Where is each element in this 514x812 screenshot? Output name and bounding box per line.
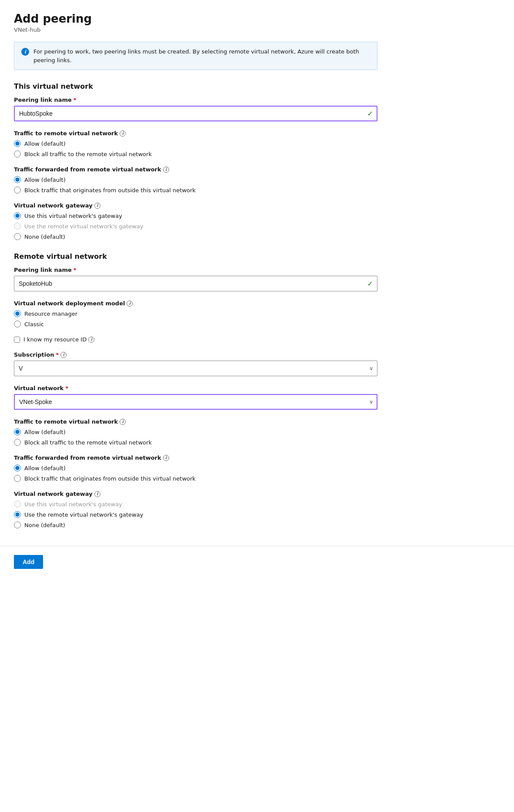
input-valid-icon: ✓ <box>367 110 373 118</box>
remote-traffic-remote-allow-label: Allow (default) <box>24 429 66 435</box>
this-traffic-remote-block[interactable]: Block all traffic to the remote virtual … <box>14 150 377 157</box>
resource-id-checkbox-label: I know my resource ID i <box>23 336 94 343</box>
remote-traffic-forwarded-radio-group: Allow (default) Block traffic that origi… <box>14 464 377 482</box>
this-vnet-gateway-label: Virtual network gateway i <box>14 202 377 209</box>
remote-input-valid-icon: ✓ <box>367 280 373 288</box>
this-gateway-remote-label: Use the remote virtual network's gateway <box>24 223 143 230</box>
this-vnet-gateway-radio-group: Use this virtual network's gateway Use t… <box>14 212 377 240</box>
deployment-model-radio-group: Resource manager Classic <box>14 310 377 327</box>
this-traffic-forwarded-allow-label: Allow (default) <box>24 177 66 183</box>
page-title: Add peering <box>14 12 377 26</box>
remote-traffic-forwarded-label: Traffic forwarded from remote virtual ne… <box>14 454 377 461</box>
deployment-classic[interactable]: Classic <box>14 321 377 327</box>
this-peering-link-name-wrapper: ✓ <box>14 106 377 121</box>
this-peering-link-name-label: Peering link name * <box>14 97 377 103</box>
vnet-gateway-info-icon[interactable]: i <box>94 203 100 209</box>
remote-gateway-none[interactable]: None (default) <box>14 521 377 528</box>
remote-traffic-remote-label: Traffic to remote virtual network i <box>14 418 377 425</box>
remote-vnet-gateway-group: Virtual network gateway i Use this virtu… <box>14 491 377 528</box>
remote-traffic-remote-info-icon[interactable]: i <box>120 419 126 425</box>
remote-gateway-this[interactable]: Use this virtual network's gateway <box>14 501 377 508</box>
remote-traffic-remote-group: Traffic to remote virtual network i Allo… <box>14 418 377 446</box>
remote-virtual-network-section: Remote virtual network Peering link name… <box>14 252 377 528</box>
remote-traffic-forwarded-block-label: Block traffic that originates from outsi… <box>24 475 196 482</box>
remote-gateway-this-label: Use this virtual network's gateway <box>24 501 122 508</box>
subscription-group: Subscription * i V ∨ <box>14 351 377 376</box>
virtual-network-group: Virtual network * VNet-Spoke ∨ <box>14 385 377 410</box>
remote-traffic-remote-allow[interactable]: Allow (default) <box>14 428 377 435</box>
remote-traffic-forwarded-allow[interactable]: Allow (default) <box>14 464 377 471</box>
deployment-rm-label: Resource manager <box>24 311 77 317</box>
this-traffic-forwarded-group: Traffic forwarded from remote virtual ne… <box>14 166 377 194</box>
this-gateway-this-label: Use this virtual network's gateway <box>24 213 122 219</box>
remote-peering-link-name-wrapper: ✓ <box>14 276 377 291</box>
this-traffic-forwarded-block[interactable]: Block traffic that originates from outsi… <box>14 187 377 194</box>
info-icon <box>21 48 29 56</box>
virtual-network-select-wrapper: VNet-Spoke ∨ <box>14 394 377 410</box>
this-vnet-gateway-group: Virtual network gateway i Use this virtu… <box>14 202 377 240</box>
this-traffic-remote-block-label: Block all traffic to the remote virtual … <box>24 151 152 157</box>
remote-gateway-info-icon[interactable]: i <box>94 491 100 497</box>
this-traffic-remote-group: Traffic to remote virtual network i Allo… <box>14 130 377 157</box>
this-peering-link-name-input[interactable] <box>14 106 377 121</box>
remote-vnet-section-title: Remote virtual network <box>14 252 377 261</box>
deployment-classic-label: Classic <box>24 321 44 327</box>
resource-id-checkbox-group: I know my resource ID i <box>14 336 377 343</box>
this-traffic-forwarded-block-label: Block traffic that originates from outsi… <box>24 187 196 194</box>
add-button[interactable]: Add <box>14 555 43 569</box>
subscription-label: Subscription * i <box>14 351 377 358</box>
remote-traffic-remote-block[interactable]: Block all traffic to the remote virtual … <box>14 439 377 446</box>
this-traffic-forwarded-allow[interactable]: Allow (default) <box>14 176 377 183</box>
virtual-network-select[interactable]: VNet-Spoke <box>14 394 377 410</box>
remote-traffic-forwarded-block[interactable]: Block traffic that originates from outsi… <box>14 475 377 482</box>
this-virtual-network-section: This virtual network Peering link name *… <box>14 82 377 240</box>
remote-peering-link-name-label: Peering link name * <box>14 267 377 273</box>
remote-traffic-forwarded-info-icon[interactable]: i <box>163 455 169 461</box>
remote-traffic-remote-radio-group: Allow (default) Block all traffic to the… <box>14 428 377 446</box>
virtual-network-label: Virtual network * <box>14 385 377 391</box>
remote-gateway-remote[interactable]: Use the remote virtual network's gateway <box>14 511 377 518</box>
this-traffic-remote-allow[interactable]: Allow (default) <box>14 140 377 147</box>
required-star: * <box>73 97 77 103</box>
deployment-model-label: Virtual network deployment model i <box>14 300 377 307</box>
remote-vnet-gateway-radio-group: Use this virtual network's gateway Use t… <box>14 501 377 528</box>
deployment-model-group: Virtual network deployment model i Resou… <box>14 300 377 327</box>
traffic-forwarded-info-icon[interactable]: i <box>163 167 169 173</box>
this-traffic-forwarded-label: Traffic forwarded from remote virtual ne… <box>14 166 377 173</box>
remote-traffic-forwarded-allow-label: Allow (default) <box>24 465 66 471</box>
resource-id-checkbox-input[interactable] <box>14 337 20 343</box>
this-traffic-remote-radio-group: Allow (default) Block all traffic to the… <box>14 140 377 157</box>
deployment-model-info-icon[interactable]: i <box>127 301 133 307</box>
subscription-info-icon[interactable]: i <box>60 352 67 358</box>
deployment-rm[interactable]: Resource manager <box>14 310 377 317</box>
this-peering-link-name-group: Peering link name * ✓ <box>14 97 377 121</box>
resource-id-checkbox[interactable]: I know my resource ID i <box>14 336 377 343</box>
this-traffic-forwarded-radio-group: Allow (default) Block traffic that origi… <box>14 176 377 194</box>
remote-traffic-remote-block-label: Block all traffic to the remote virtual … <box>24 439 152 446</box>
remote-vnet-gateway-label: Virtual network gateway i <box>14 491 377 497</box>
remote-traffic-forwarded-group: Traffic forwarded from remote virtual ne… <box>14 454 377 482</box>
subscription-select[interactable]: V <box>14 361 377 376</box>
this-gateway-this[interactable]: Use this virtual network's gateway <box>14 212 377 219</box>
remote-gateway-none-label: None (default) <box>24 522 65 528</box>
traffic-remote-info-icon[interactable]: i <box>120 130 126 137</box>
page-subtitle: VNet-hub <box>14 27 377 33</box>
subscription-select-wrapper: V ∨ <box>14 361 377 376</box>
this-gateway-none-label: None (default) <box>24 234 65 240</box>
remote-required-star: * <box>73 267 77 273</box>
resource-id-info-icon[interactable]: i <box>88 337 94 343</box>
remote-peering-link-name-group: Peering link name * ✓ <box>14 267 377 291</box>
this-traffic-remote-allow-label: Allow (default) <box>24 140 66 147</box>
info-banner-text: For peering to work, two peering links m… <box>33 47 370 64</box>
remote-gateway-remote-label: Use the remote virtual network's gateway <box>24 511 143 518</box>
this-vnet-section-title: This virtual network <box>14 82 377 90</box>
remote-peering-link-name-input[interactable] <box>14 276 377 291</box>
this-gateway-remote[interactable]: Use the remote virtual network's gateway <box>14 223 377 230</box>
footer: Add <box>0 546 514 578</box>
this-traffic-remote-label: Traffic to remote virtual network i <box>14 130 377 137</box>
this-gateway-none[interactable]: None (default) <box>14 233 377 240</box>
vnet-required-star: * <box>65 385 68 391</box>
page-header: Add peering VNet-hub <box>14 12 377 33</box>
info-banner: For peering to work, two peering links m… <box>14 42 377 70</box>
subscription-required-star: * <box>56 351 59 358</box>
